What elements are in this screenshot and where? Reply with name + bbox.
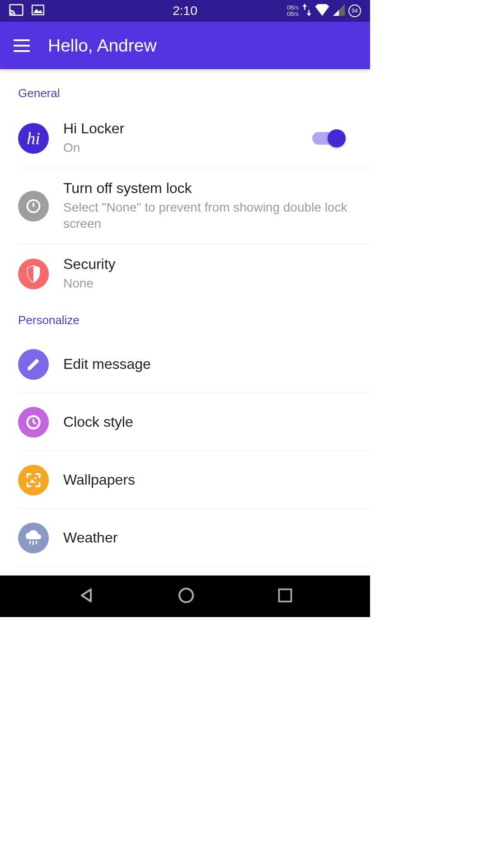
svg-rect-10 <box>279 590 291 602</box>
item-title: Weather <box>63 529 352 546</box>
item-subtitle: None <box>63 275 352 292</box>
item-title: Clock style <box>63 414 352 430</box>
svg-line-8 <box>36 541 37 544</box>
list-item-clock-style[interactable]: Clock style <box>18 393 370 451</box>
svg-rect-1 <box>32 5 44 15</box>
section-header-general: General <box>0 69 370 108</box>
list-item-edit-message[interactable]: Edit message <box>18 335 370 393</box>
network-speed: 0B/s 0B/s <box>287 5 299 17</box>
battery-badge: 94 <box>348 5 361 17</box>
cloud-rain-icon <box>18 523 49 553</box>
item-title: Hi Locker <box>63 120 312 137</box>
item-subtitle: On <box>63 140 312 156</box>
power-icon <box>18 191 49 222</box>
navigation-bar <box>0 576 370 617</box>
status-right: 0B/s 0B/s 94 <box>287 4 361 18</box>
wallpaper-icon <box>18 465 49 495</box>
item-subtitle: Select "None" to prevent from showing do… <box>63 199 352 232</box>
cast-icon <box>9 4 23 18</box>
list-item-hi-locker[interactable]: hi Hi Locker On <box>18 108 370 168</box>
list-item-security[interactable]: Security None <box>18 244 370 303</box>
cellular-icon <box>333 4 345 18</box>
data-arrows-icon <box>302 4 311 18</box>
shield-icon <box>18 259 49 289</box>
svg-line-7 <box>33 541 33 544</box>
wifi-icon <box>315 4 329 18</box>
status-left <box>9 4 44 18</box>
menu-icon[interactable] <box>14 39 30 52</box>
status-time: 2:10 <box>173 4 197 18</box>
app-title: Hello, Andrew <box>48 36 157 56</box>
hi-logo-icon: hi <box>18 123 49 154</box>
nav-home-icon[interactable] <box>177 586 195 606</box>
nav-recent-icon[interactable] <box>277 587 293 605</box>
app-bar: Hello, Andrew <box>0 22 370 69</box>
item-title: Wallpapers <box>63 472 352 488</box>
svg-point-9 <box>179 589 193 602</box>
list-item-wallpapers[interactable]: Wallpapers <box>18 451 370 509</box>
section-header-personalize: Personalize <box>0 303 370 335</box>
status-bar: 2:10 0B/s 0B/s 94 <box>0 0 370 22</box>
edit-icon <box>18 349 49 380</box>
item-title: Turn off system lock <box>63 180 352 197</box>
picture-icon <box>32 5 44 17</box>
list-item-weather[interactable]: Weather <box>18 509 370 567</box>
nav-back-icon[interactable] <box>77 586 95 606</box>
list-item-system-lock[interactable]: Turn off system lock Select "None" to pr… <box>18 168 370 244</box>
svg-point-5 <box>34 477 37 479</box>
item-title: Edit message <box>63 356 352 373</box>
clock-icon <box>18 407 49 438</box>
settings-content: General hi Hi Locker On Turn off system … <box>0 69 370 617</box>
svg-line-6 <box>29 541 30 544</box>
hi-locker-toggle[interactable] <box>312 132 343 145</box>
item-title: Security <box>63 256 352 273</box>
